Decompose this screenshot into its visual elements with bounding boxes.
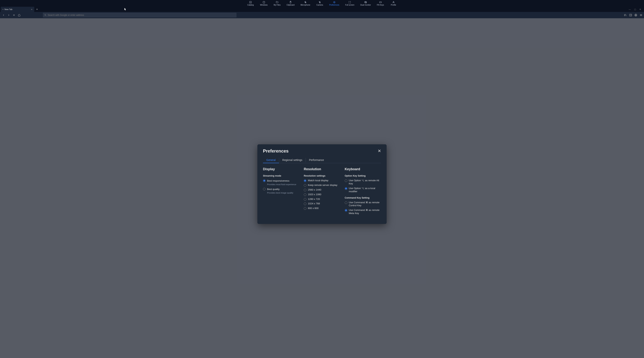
forward-icon bbox=[8, 14, 10, 17]
radio-command-remote-meta[interactable]: Use Command ⌘ as remote Meta Key bbox=[345, 209, 381, 215]
fullscreen-icon bbox=[348, 1, 351, 4]
camera-icon bbox=[318, 1, 321, 4]
close-icon bbox=[13, 14, 15, 17]
toolbar-item-label: Camera bbox=[316, 4, 323, 6]
keyboard-icon bbox=[379, 1, 382, 4]
library-icon[interactable] bbox=[624, 14, 627, 17]
radio-label: Best responsiveness bbox=[267, 179, 290, 182]
radio-icon bbox=[345, 179, 347, 182]
radio-icon bbox=[345, 209, 347, 212]
account-icon[interactable] bbox=[634, 14, 637, 17]
folder-icon bbox=[276, 1, 278, 4]
tab-indicator-icon bbox=[2, 9, 3, 10]
top-toolbar: Catalog Windows My Files Clipboard Micro… bbox=[0, 0, 644, 7]
radio-1280x720[interactable]: 1280 x 720 bbox=[304, 198, 340, 201]
tab-strip: New Tab × + — ▢ ✕ bbox=[0, 7, 644, 12]
menu-icon[interactable] bbox=[640, 14, 642, 17]
radio-icon bbox=[345, 201, 347, 204]
tab-general[interactable]: General bbox=[263, 157, 279, 163]
radio-label: Use Command ⌘ as remote Control Key bbox=[349, 201, 381, 207]
stop-button[interactable] bbox=[12, 13, 16, 17]
radio-label: Match local display bbox=[308, 179, 328, 182]
home-icon bbox=[18, 14, 20, 17]
toolbar-item-label: Clipboard bbox=[286, 4, 294, 6]
toolbar-item-label: My Files bbox=[274, 4, 280, 6]
browser-tab[interactable]: New Tab × bbox=[1, 7, 34, 12]
back-icon bbox=[2, 14, 5, 17]
toolbar-profile[interactable]: Profile bbox=[387, 1, 400, 6]
svg-point-7 bbox=[333, 1, 335, 3]
toolbar-item-label: FN Keys bbox=[377, 4, 384, 6]
radio-label: Keep remote server display bbox=[308, 184, 337, 187]
toolbar-catalog[interactable]: Catalog bbox=[244, 1, 257, 6]
toolbar-item-label: Microphone bbox=[300, 4, 310, 6]
radio-icon bbox=[263, 188, 266, 190]
radio-icon bbox=[304, 193, 306, 196]
close-window-button[interactable]: ✕ bbox=[639, 8, 641, 11]
search-icon bbox=[44, 14, 46, 16]
back-button[interactable] bbox=[2, 13, 6, 17]
radio-icon bbox=[304, 198, 306, 201]
window-controls: — ▢ ✕ bbox=[629, 8, 643, 11]
radio-1920x1080[interactable]: 1920 x 1080 bbox=[304, 193, 340, 196]
streaming-mode-subheading: Streaming mode bbox=[263, 174, 299, 177]
svg-point-6 bbox=[334, 2, 335, 3]
keyboard-heading: Keyboard bbox=[345, 167, 381, 171]
toolbar-item-label: Full screen bbox=[345, 4, 354, 6]
radio-command-remote-control[interactable]: Use Command ⌘ as remote Control Key bbox=[345, 201, 381, 207]
gear-icon bbox=[333, 1, 336, 4]
radio-keep-remote-server-display[interactable]: Keep remote server display bbox=[304, 184, 340, 187]
toolbar-dual-monitor[interactable]: Dual monitor bbox=[358, 1, 374, 6]
resolution-heading: Resolution bbox=[304, 167, 340, 171]
toolbar-full-screen[interactable]: Full screen bbox=[342, 1, 358, 6]
tab-performance[interactable]: Performance bbox=[306, 157, 327, 163]
display-heading: Display bbox=[263, 167, 299, 171]
radio-option-remote-alt[interactable]: Use Option ⌥ as remote Alt Key bbox=[345, 179, 381, 185]
resolution-column: Resolution Resolution settings Match loc… bbox=[304, 167, 340, 217]
radio-1024x768[interactable]: 1024 x 768 bbox=[304, 202, 340, 206]
minimize-button[interactable]: — bbox=[629, 8, 631, 11]
display-column: Display Streaming mode Best responsivene… bbox=[263, 167, 299, 217]
radio-match-local-display[interactable]: Match local display bbox=[304, 179, 340, 182]
toolbar-microphone[interactable]: Microphone bbox=[298, 1, 313, 6]
radio-2560x1440[interactable]: 2560 x 1440 bbox=[304, 188, 340, 192]
toolbar-clipboard[interactable]: Clipboard bbox=[284, 1, 298, 6]
toolbar-windows[interactable]: Windows bbox=[257, 1, 270, 6]
svg-rect-13 bbox=[630, 14, 632, 16]
toolbar-item-label: Profile bbox=[391, 4, 396, 6]
radio-label: 800 x 600 bbox=[308, 207, 318, 210]
radio-800x600[interactable]: 800 x 600 bbox=[304, 207, 340, 210]
preferences-modal: Preferences ✕ General Regional settings … bbox=[258, 144, 386, 224]
toolbar-preferences[interactable]: Preferences bbox=[326, 1, 342, 6]
modal-close-button[interactable]: ✕ bbox=[378, 149, 381, 153]
maximize-button[interactable]: ▢ bbox=[634, 8, 636, 11]
home-button[interactable] bbox=[17, 13, 21, 17]
svg-point-15 bbox=[636, 15, 636, 15]
microphone-icon bbox=[304, 1, 307, 4]
svg-rect-10 bbox=[379, 2, 382, 3]
tab-close-icon[interactable]: × bbox=[31, 8, 32, 11]
sidebar-icon[interactable] bbox=[629, 14, 632, 17]
radio-desc: Provides best image quality bbox=[267, 192, 293, 194]
svg-point-5 bbox=[319, 1, 320, 3]
radio-option-local-modifier[interactable]: Use Option ⌥ as a local modifier bbox=[345, 187, 381, 193]
forward-button[interactable] bbox=[7, 13, 11, 17]
radio-icon bbox=[304, 203, 306, 205]
toolbar-item-label: Catalog bbox=[247, 4, 254, 6]
radio-best-responsiveness[interactable]: Best responsiveness Provides most fluid … bbox=[263, 179, 299, 186]
tab-regional-settings[interactable]: Regional settings bbox=[279, 157, 306, 163]
new-tab-button[interactable]: + bbox=[34, 8, 40, 11]
tab-title: New Tab bbox=[4, 8, 12, 11]
svg-point-12 bbox=[45, 14, 46, 16]
toolbar-my-files[interactable]: My Files bbox=[270, 1, 284, 6]
radio-best-quality[interactable]: Best quality Provides best image quality bbox=[263, 188, 299, 194]
radio-label: 1920 x 1080 bbox=[308, 193, 321, 196]
radio-label: Use Command ⌘ as remote Meta Key bbox=[349, 209, 381, 215]
radio-icon bbox=[263, 179, 266, 182]
toolbar-fn-keys[interactable]: FN Keys bbox=[374, 1, 387, 6]
address-bar[interactable] bbox=[43, 13, 236, 18]
address-input[interactable] bbox=[48, 14, 235, 17]
toolbar-camera[interactable]: Camera bbox=[313, 1, 326, 6]
command-key-setting-subheading: Command Key Setting bbox=[345, 197, 381, 199]
radio-label: Use Option ⌥ as remote Alt Key bbox=[349, 179, 381, 185]
